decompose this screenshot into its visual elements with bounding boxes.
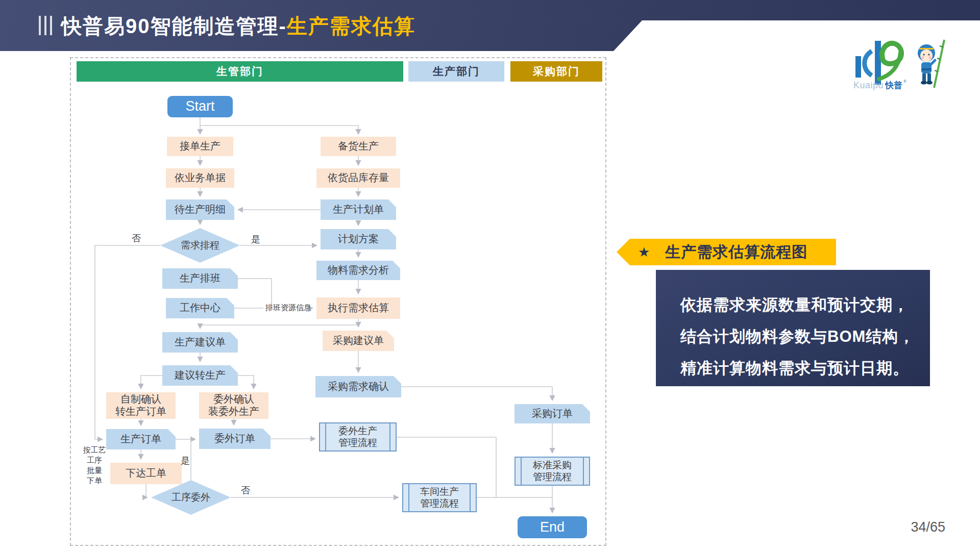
- node-end: End: [518, 516, 587, 538]
- label-no-scheduling: 否: [132, 234, 141, 244]
- node-production-order: 生产订单: [106, 429, 176, 449]
- callout-line: 结合计划物料参数与BOM结构，: [680, 321, 930, 353]
- node-purchase-proposal: 采购建议单: [323, 331, 394, 351]
- slide: 快普易90智能制造管理-生产需求估算 Kuaipu 快普 ®: [0, 0, 980, 551]
- subprocess-workshop-production: 车间生产 管理流程: [402, 483, 477, 512]
- node-work-center: 工作中心: [166, 298, 234, 318]
- page-title-highlight: 生产需求估算: [287, 15, 415, 37]
- title-bars-icon: [39, 16, 52, 35]
- star-icon: ★: [638, 244, 650, 260]
- mascot-icon: [918, 40, 944, 88]
- callout-line: 精准计算物料需求与预计日期。: [680, 353, 930, 384]
- node-release-work-order: 下达工单: [110, 463, 182, 484]
- node-pending-production-detail: 待生产明细: [166, 199, 234, 220]
- dept-header-purchasing: 采购部门: [510, 61, 602, 82]
- node-outsource-order: 委外订单: [199, 429, 271, 449]
- callout-banner-title: 生产需求估算流程图: [665, 242, 807, 263]
- node-production-proposal: 生产建议单: [162, 332, 238, 353]
- brand-logo: Kuaipu 快普 ®: [853, 38, 955, 91]
- page-number: 34/65: [911, 519, 945, 535]
- header-band: 快普易90智能制造管理-生产需求估算: [0, 0, 980, 51]
- label-yes-scheduling: 是: [251, 235, 260, 245]
- node-make-to-stock: 备货生产: [321, 137, 396, 156]
- callout-line: 依据需求来源数量和预计交期，: [680, 289, 930, 321]
- subprocess-outsource-production: 委外生产 管理流程: [319, 422, 397, 452]
- callout-body: 依据需求来源数量和预计交期， 结合计划物料参数与BOM结构， 精准计算物料需求与…: [656, 270, 930, 386]
- logo-cjk-text: 快普: [885, 81, 902, 90]
- node-plan-scheme: 计划方案: [321, 229, 396, 249]
- dept-header-production: 生产部门: [408, 61, 504, 82]
- callout-banner: ★ 生产需求估算流程图: [617, 239, 836, 265]
- node-run-demand-estimation: 执行需求估算: [316, 297, 400, 319]
- logo-reg-mark: ®: [903, 79, 906, 84]
- logo-latin-text: Kuaipu: [853, 80, 884, 90]
- node-by-inventory: 依货品库存量: [316, 168, 400, 188]
- node-start: Start: [167, 96, 233, 117]
- node-self-make-confirm: 自制确认 转生产订单: [106, 392, 176, 419]
- label-yes-outsourcing: 是: [181, 456, 190, 466]
- subprocess-standard-purchase: 标准采购 管理流程: [514, 457, 590, 486]
- node-production-shift: 生产排班: [162, 268, 238, 289]
- node-material-requirement-analysis: 物料需求分析: [316, 261, 400, 280]
- node-purchase-order: 采购订单: [514, 404, 590, 423]
- node-proposal-to-production: 建议转生产: [162, 365, 238, 386]
- node-outsource-confirm: 委外确认 装委外生产: [199, 392, 268, 419]
- label-no-outsourcing: 否: [241, 486, 250, 496]
- node-by-business-docs: 依业务单据: [166, 168, 234, 188]
- kp-monogram-icon: [855, 41, 901, 85]
- page-title: 快普易90智能制造管理-生产需求估算: [61, 12, 415, 40]
- node-production-plan: 生产计划单: [321, 199, 396, 220]
- node-purchase-demand-confirm: 采购需求确认: [315, 376, 401, 397]
- page-title-prefix: 快普易90智能制造管理-: [61, 15, 287, 37]
- dept-header-production-control: 生管部门: [77, 61, 403, 82]
- label-work-order-note: 按工艺 工序 批量 下单: [81, 445, 108, 486]
- label-schedule-resource-info: 排班资源信息: [265, 304, 311, 312]
- node-make-to-order: 接单生产: [167, 137, 233, 156]
